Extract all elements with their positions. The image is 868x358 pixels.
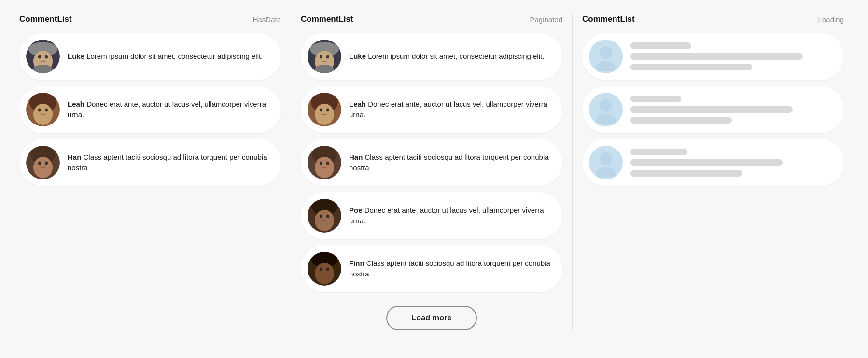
- avatar-luke: [26, 40, 60, 73]
- skeleton-line-1: [630, 106, 793, 113]
- comment-author: Leah: [68, 100, 86, 108]
- svg-point-41: [317, 210, 332, 224]
- svg-point-30: [320, 109, 322, 112]
- comment-text: Leah Donec erat ante, auctor ut lacus ve…: [349, 99, 552, 121]
- svg-point-48: [320, 268, 322, 271]
- panel-title-has-data: CommentList: [19, 14, 72, 24]
- panel-title-loading: CommentList: [582, 14, 635, 24]
- panel-subtitle-paginated: Paginated: [530, 15, 562, 24]
- comment-author: Han: [68, 153, 84, 161]
- skeleton-item: [582, 139, 844, 186]
- svg-point-54: [600, 152, 612, 165]
- svg-point-3: [35, 51, 51, 65]
- svg-point-25: [326, 55, 329, 59]
- avatar-han: [308, 146, 341, 179]
- load-more-button[interactable]: Load more: [386, 306, 476, 330]
- panel-paginated: CommentListPaginated Luke Lorem ipsum do…: [291, 14, 573, 330]
- load-more-wrapper: Load more: [301, 306, 562, 330]
- comment-text: Finn Class aptent taciti sociosqu ad lit…: [349, 258, 552, 280]
- skeleton-item: [582, 86, 844, 133]
- svg-point-24: [320, 55, 322, 59]
- svg-point-10: [35, 104, 51, 118]
- comment-text: Luke Lorem ipsum dolor sit amet, consect…: [68, 51, 263, 62]
- comment-text: Han Class aptent taciti sociosqu ad lito…: [68, 152, 270, 174]
- svg-point-49: [326, 268, 329, 271]
- comment-author: Poe: [349, 206, 364, 214]
- skeleton-line-2: [630, 170, 742, 177]
- comment-text: Leah Donec erat ante, auctor ut lacus ve…: [68, 99, 270, 121]
- skeleton-lines: [630, 96, 833, 124]
- comment-text: Luke Lorem ipsum dolor sit amet, consect…: [349, 51, 544, 62]
- skeleton-line-0: [630, 149, 687, 155]
- comment-author: Leah: [349, 100, 368, 108]
- svg-point-53: [596, 114, 616, 124]
- comment-item: Luke Lorem ipsum dolor sit amet, consect…: [19, 33, 281, 80]
- comment-author: Luke: [349, 52, 368, 60]
- skeleton-item: [582, 33, 844, 80]
- comment-item: Leah Donec erat ante, auctor ut lacus ve…: [19, 86, 281, 133]
- panel-header-loading: CommentListLoading: [582, 14, 844, 24]
- panel-subtitle-has-data: HasData: [253, 15, 281, 24]
- panel-subtitle-loading: Loading: [818, 15, 844, 24]
- svg-point-12: [45, 109, 48, 112]
- svg-point-37: [326, 162, 329, 165]
- skeleton-avatar: [589, 146, 623, 179]
- skeleton-line-2: [630, 117, 732, 124]
- avatar-luke: [308, 40, 341, 73]
- avatar-leah: [308, 93, 341, 126]
- svg-point-17: [38, 162, 41, 165]
- svg-point-29: [317, 104, 332, 118]
- page-wrapper: CommentListHasData Luke Lorem ipsum dolo…: [0, 0, 868, 344]
- skeleton-line-1: [630, 53, 803, 60]
- panel-has-data: CommentListHasData Luke Lorem ipsum dolo…: [10, 14, 291, 330]
- svg-point-11: [38, 109, 41, 112]
- skeleton-avatar: [589, 40, 623, 73]
- svg-point-55: [596, 167, 616, 177]
- svg-point-52: [600, 99, 612, 112]
- skeleton-lines: [630, 42, 833, 70]
- comment-list-has-data: Luke Lorem ipsum dolor sit amet, consect…: [19, 33, 281, 186]
- svg-point-31: [326, 109, 329, 112]
- svg-point-42: [320, 215, 322, 218]
- skeleton-line-1: [630, 159, 783, 166]
- comment-text: Han Class aptent taciti sociosqu ad lito…: [349, 152, 552, 174]
- skeleton-line-0: [630, 42, 691, 49]
- panel-header-has-data: CommentListHasData: [19, 14, 281, 24]
- svg-point-50: [600, 46, 612, 59]
- skeleton-lines: [630, 149, 833, 177]
- avatar-poe: [308, 199, 341, 233]
- svg-point-6: [45, 55, 48, 59]
- comment-item: Finn Class aptent taciti sociosqu ad lit…: [301, 245, 562, 292]
- svg-point-16: [35, 157, 51, 171]
- comment-item: Luke Lorem ipsum dolor sit amet, consect…: [301, 33, 562, 80]
- skeleton-line-2: [630, 64, 752, 70]
- comment-item: Han Class aptent taciti sociosqu ad lito…: [19, 139, 281, 186]
- svg-point-47: [317, 263, 332, 277]
- comment-author: Luke: [68, 52, 86, 60]
- svg-point-36: [320, 162, 322, 165]
- comment-list-paginated: Luke Lorem ipsum dolor sit amet, consect…: [301, 33, 562, 292]
- avatar-finn: [308, 252, 341, 286]
- comment-author: Han: [349, 153, 365, 161]
- panel-loading: CommentListLoading: [573, 14, 854, 330]
- skeleton-avatar: [589, 93, 623, 126]
- comment-item: Han Class aptent taciti sociosqu ad lito…: [301, 139, 562, 186]
- comment-item: Poe Donec erat ante, auctor ut lacus vel…: [301, 192, 562, 239]
- avatar-leah: [26, 93, 60, 126]
- svg-point-51: [596, 61, 616, 71]
- panel-header-paginated: CommentListPaginated: [301, 14, 562, 24]
- skeleton-list-loading: [582, 33, 844, 186]
- avatar-han: [26, 146, 60, 179]
- skeleton-line-0: [630, 96, 681, 102]
- svg-point-43: [326, 215, 329, 218]
- comment-author: Finn: [349, 259, 366, 267]
- comment-item: Leah Donec erat ante, auctor ut lacus ve…: [301, 86, 562, 133]
- svg-point-18: [45, 162, 48, 165]
- panel-title-paginated: CommentList: [301, 14, 353, 24]
- comment-text: Poe Donec erat ante, auctor ut lacus vel…: [349, 205, 552, 227]
- svg-point-35: [317, 157, 332, 171]
- svg-point-5: [38, 55, 41, 59]
- svg-point-22: [317, 51, 332, 65]
